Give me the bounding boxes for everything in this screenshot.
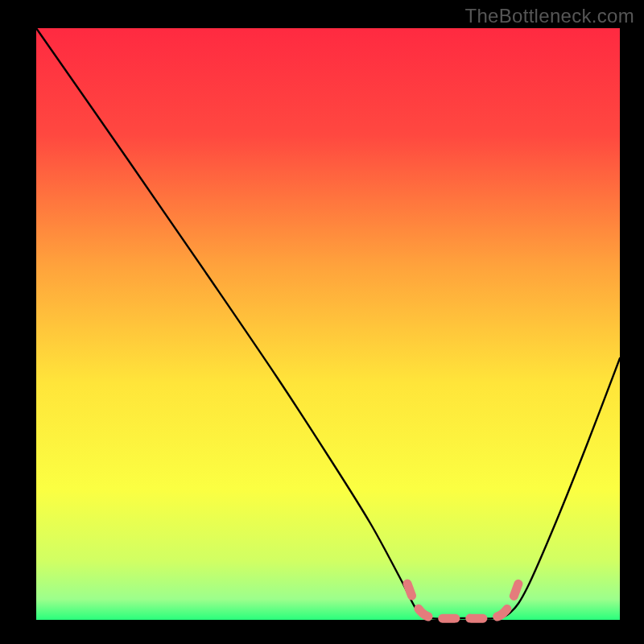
chart-stage: TheBottleneck.com xyxy=(0,0,644,644)
plot-background xyxy=(36,28,620,620)
bottleneck-chart xyxy=(0,0,644,644)
watermark-text: TheBottleneck.com xyxy=(464,5,634,27)
